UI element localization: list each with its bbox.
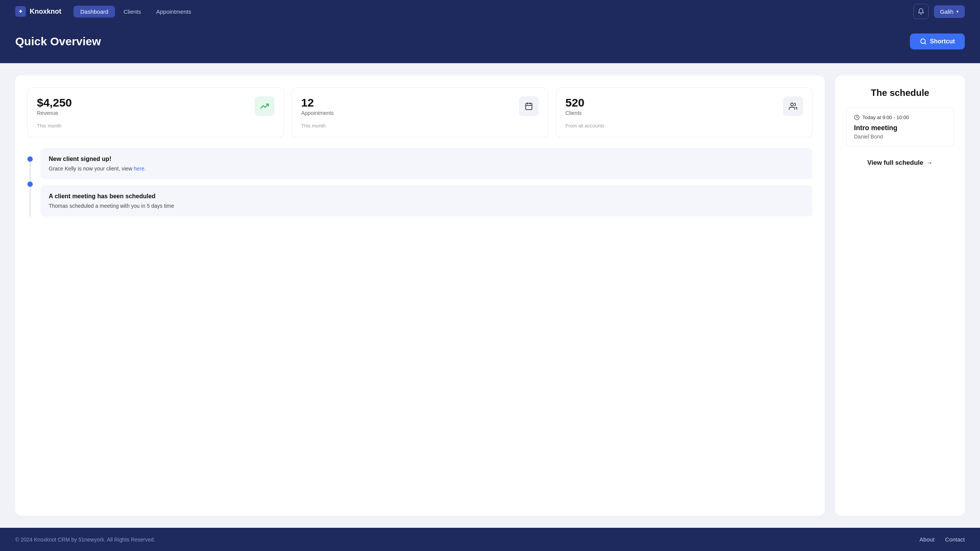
footer: © 2024 Knoxknot CRM by 51newyork. All Ri… (0, 528, 980, 551)
timeline-line-2 (30, 187, 30, 217)
stat-info-clients: 520 Clients (565, 96, 584, 116)
event-time: Today at 9:00 - 10:00 (854, 115, 946, 120)
footer-links: About Contact (919, 536, 965, 543)
chevron-down-icon: ▾ (956, 9, 959, 14)
footer-copyright: © 2024 Knoxknot CRM by 51newyork. All Ri… (15, 537, 155, 543)
bell-icon (918, 8, 924, 15)
svg-point-6 (791, 103, 793, 106)
activity-text-new-client: Grace Kelly is now your client, view her… (49, 166, 804, 172)
user-menu-button[interactable]: Galih ▾ (934, 5, 965, 18)
appointments-period: This month (301, 123, 539, 129)
activity-title-new-client: New client signed up! (49, 156, 804, 162)
clients-period: From all accounts (565, 123, 803, 129)
nav-logo: ✦ Knoxknot (15, 6, 61, 17)
main-content: $4,250 Revenue This month 12 (0, 63, 980, 528)
revenue-period: This month (37, 123, 275, 129)
stat-top-clients: 520 Clients (565, 96, 803, 116)
clients-icon (783, 96, 803, 116)
logo-icon: ✦ (15, 6, 26, 17)
here-link[interactable]: here (134, 166, 144, 172)
stat-top-revenue: $4,250 Revenue (37, 96, 275, 116)
page-title: Quick Overview (15, 35, 101, 48)
stat-info-appointments: 12 Appointments (301, 96, 334, 116)
svg-rect-2 (526, 104, 532, 110)
activity-title-meeting: A client meeting has been scheduled (49, 193, 804, 200)
stats-row: $4,250 Revenue This month 12 (27, 88, 812, 137)
schedule-title: The schedule (846, 88, 954, 98)
appointments-number: 12 (301, 96, 334, 109)
schedule-event: Today at 9:00 - 10:00 Intro meeting Dani… (846, 107, 954, 147)
activity-section: New client signed up! Grace Kelly is now… (27, 148, 812, 217)
nav-links: Dashboard Clients Appointments (73, 6, 901, 18)
svg-line-1 (925, 43, 926, 44)
nav-right: Galih ▾ (913, 4, 965, 19)
activity-text-meeting: Thomas scheduled a meeting with you in 5… (49, 203, 804, 209)
stat-top-appointments: 12 Appointments (301, 96, 539, 116)
clients-number: 520 (565, 96, 584, 109)
timeline-dot-2 (27, 182, 33, 187)
clients-label: Clients (565, 110, 584, 116)
right-panel: The schedule Today at 9:00 - 10:00 Intro… (835, 75, 965, 516)
arrow-icon: → (926, 159, 933, 167)
event-name: Intro meeting (854, 124, 946, 132)
timeline-track (27, 148, 33, 217)
clock-icon (854, 115, 860, 120)
notification-bell-button[interactable] (913, 4, 929, 19)
activity-card-meeting: A client meeting has been scheduled Thom… (40, 185, 812, 217)
view-full-schedule-button[interactable]: View full schedule → (846, 156, 954, 170)
timeline-line-1 (30, 162, 30, 182)
revenue-number: $4,250 (37, 96, 72, 109)
event-person: Daniel Bond (854, 134, 946, 140)
stat-card-revenue: $4,250 Revenue This month (27, 88, 284, 137)
stat-card-clients: 520 Clients From all accounts (556, 88, 812, 137)
user-name: Galih (940, 8, 953, 15)
stat-info-revenue: $4,250 Revenue (37, 96, 72, 116)
nav-link-appointments[interactable]: Appointments (149, 6, 198, 18)
footer-link-about[interactable]: About (919, 536, 934, 543)
footer-link-contact[interactable]: Contact (945, 536, 965, 543)
logo-text: Knoxknot (30, 8, 61, 16)
search-icon (920, 38, 927, 45)
nav-link-dashboard[interactable]: Dashboard (73, 6, 115, 18)
left-panel: $4,250 Revenue This month 12 (15, 75, 825, 516)
nav-link-clients[interactable]: Clients (117, 6, 148, 18)
revenue-icon (255, 96, 275, 116)
activity-timeline: New client signed up! Grace Kelly is now… (27, 148, 812, 217)
appointments-icon (519, 96, 539, 116)
header-section: Quick Overview Shortcut (0, 23, 980, 63)
activity-card-new-client: New client signed up! Grace Kelly is now… (40, 148, 812, 179)
timeline-dot-1 (27, 156, 33, 162)
navbar: ✦ Knoxknot Dashboard Clients Appointment… (0, 0, 980, 23)
shortcut-button[interactable]: Shortcut (910, 33, 965, 49)
appointments-label: Appointments (301, 110, 334, 116)
activity-cards: New client signed up! Grace Kelly is now… (40, 148, 812, 217)
stat-card-appointments: 12 Appointments This month (292, 88, 548, 137)
revenue-label: Revenue (37, 110, 72, 116)
